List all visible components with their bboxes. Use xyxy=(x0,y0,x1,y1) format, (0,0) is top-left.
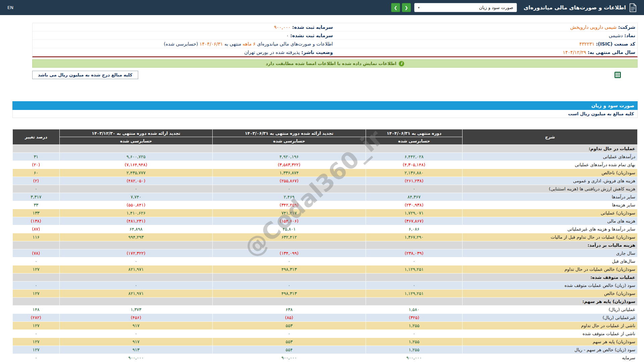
current-period-value: ۱,۳۶۷,۲۹۰ xyxy=(366,233,463,241)
language-toggle-link[interactable]: EN xyxy=(7,5,13,10)
isic-cell: کد صنعت (ISIC): ۴۳۲۲۳۱ xyxy=(335,40,638,48)
symbol-label: نماد: xyxy=(624,33,635,38)
info-icon: i xyxy=(399,61,404,66)
row-label: هزینه های مالی xyxy=(463,217,638,225)
row-label: سال‌های قبل xyxy=(463,257,638,265)
change-percent-value xyxy=(13,298,60,306)
prior-period-value: ۰ xyxy=(213,282,366,290)
change-percent-value: (۲۸۲) xyxy=(13,314,60,322)
col-header-restated-prior: تجدید ارائه شده دوره منتهی به ۱۴۰۳/۰۶/۳۱ xyxy=(213,129,366,137)
statement-section-row: سود(زیان) پایه هر سهم: xyxy=(13,298,638,306)
statement-row: سود(زیان) عملیات در حال تداوم قبل از مال… xyxy=(13,233,638,241)
annual-period-value: ۰ xyxy=(59,330,212,338)
prior-period-value: ۵۵۳ xyxy=(213,338,366,346)
statement-row: ناشی از عملیات متوقف شده۰۰۰۰ xyxy=(13,330,638,338)
statement-row: هزینه های فروش، اداری و عمومی(۲۶۱,۲۳۸)(۲… xyxy=(13,177,638,185)
row-label: عملیات متوقف شده: xyxy=(463,274,638,282)
current-period-value: ۶,۰۸۶ xyxy=(366,225,463,233)
change-percent-value: (۱۳۸) xyxy=(13,217,60,225)
current-period-value: ۹۰۰,۰۰۰ xyxy=(366,354,463,362)
statement-row: هزینه کاهش ارزش دریافتنی ها (هزینه استثن… xyxy=(13,185,638,193)
current-period-value: ۶,۴۴۲,۰۲۸ xyxy=(366,153,463,161)
change-percent-value: ۶۰ xyxy=(13,169,60,177)
annual-period-value: (۵۵۰,۸۴۱) xyxy=(59,201,212,209)
statement-row: سود (زیان) خالص عملیات متوقف شده۰۰۰۰ xyxy=(13,282,638,290)
change-percent-value: ۱۲۷ xyxy=(13,265,60,274)
row-label: ناشی از عملیات متوقف شده xyxy=(463,330,638,338)
change-percent-value: ۱۲۷ xyxy=(13,290,60,298)
row-label: بهای تمام شده درآمدهای عملیاتی xyxy=(463,161,638,169)
statement-row: سایر درآمدها و هزینه های غیرعملیاتی۶,۰۸۶… xyxy=(13,225,638,233)
issuer-status-value: پذیرفته شده در بورس تهران xyxy=(244,50,300,55)
registered-capital-value: ۹۰۰,۰۰۰ xyxy=(274,24,291,30)
col-header-current-period: دوره منتهی به ۱۴۰۴/۰۶/۳۱ xyxy=(366,129,463,137)
symbol-cell: نماد: دشیمی xyxy=(335,32,638,40)
unregistered-capital-cell: سرمایه ثبت نشده: ۰ xyxy=(33,32,335,40)
issuer-status-label: وضعیت ناشر: xyxy=(301,50,333,55)
current-period-value: ۱,۱۲۹,۲۵۱ xyxy=(366,265,463,274)
statement-row: سال جاری(۲۳۸,۰۳۹)(۱۳۴,۰۹۹)(۱۷۲,۳۲۲)(۷۸) xyxy=(13,249,638,257)
statement-section-row: عملیات متوقف شده: xyxy=(13,274,638,282)
annual-period-value: (۴۵۶) xyxy=(59,314,212,322)
page-title: اطلاعات و صورت‌های مالی میاندوره‌ای xyxy=(524,4,626,11)
fiscal-year-label: سال مالی منتهی به: xyxy=(588,50,635,55)
prior-period-value xyxy=(213,241,366,249)
note-row: کلیه مبالغ درج شده به میلیون ریال می باش… xyxy=(32,71,638,79)
current-period-value xyxy=(366,274,463,282)
change-percent-value xyxy=(13,145,60,153)
statement-row: سود (زیان) خالص هر سهم - ریال۱,۲۵۵۵۵۴۹۱۳… xyxy=(13,346,638,354)
annual-period-value: ۲,۴۳۵,۷۷۷ xyxy=(59,169,212,177)
row-label: سرمایه xyxy=(463,354,638,362)
isic-value: ۴۳۲۲۳۱ xyxy=(579,41,594,47)
income-statement-section: @Codal360_ir صورت سود و زیان کلیه مبالغ … xyxy=(12,101,638,362)
current-period-value: ۰ xyxy=(366,257,463,265)
amount-unit-note: کلیه مبالغ درج شده به میلیون ریال می باش… xyxy=(32,71,138,79)
col-header-change-percent: درصد تغییر xyxy=(13,129,60,145)
period-connector: منتهی به xyxy=(224,41,241,47)
company-info-row: شرکت: شیمی دارویی داروپخش سرمایه ثبت شده… xyxy=(33,23,637,32)
row-label: سایر درآمدها xyxy=(463,193,638,201)
row-label: عملیاتی (ریال) xyxy=(463,306,638,314)
annual-period-value: ۶۴,۸۹۸ xyxy=(59,225,212,233)
change-percent-value: ۳۳ xyxy=(13,201,60,209)
change-percent-value: ۱۳۳ xyxy=(13,209,60,217)
nav-forward-button[interactable]: ❯ xyxy=(391,3,400,12)
annual-period-value xyxy=(59,241,212,249)
prior-period-value: ۵۵۴ xyxy=(213,346,366,354)
statement-row: سود(زیان) خالص۱,۱۲۹,۲۵۱۴۹۸,۳۱۳۸۲۱,۹۷۱۱۲۷ xyxy=(13,290,638,298)
statement-row: هزینه های مالی(۳۶۷,۸۶۷)(۱۵۴,۶۰۶)(۴۸۱,۲۳۱… xyxy=(13,217,638,225)
report-type-dropdown[interactable]: صورت سود و زیان ▾ xyxy=(414,3,517,12)
statement-row: سود(زیان) عملیاتی۱,۷۲۹,۰۷۱۷۴۱,۲۱۷۱,۴۱۰,۶… xyxy=(13,209,638,217)
income-statement-table: شرح دوره منتهی به ۱۴۰۴/۰۶/۳۱ تجدید ارائه… xyxy=(12,129,638,362)
change-percent-value: (۲۰) xyxy=(13,161,60,169)
current-period-value: (۲۳۰,۹۳۸) xyxy=(366,201,463,209)
statement-section-row: عملیات در حال تداوم: xyxy=(13,145,638,153)
prior-period-value: ۴۵,۸۰۱ xyxy=(213,225,366,233)
fiscal-year-cell: سال مالی منتهی به: ۱۴۰۴/۱۲/۲۹ xyxy=(335,48,638,57)
prior-period-value: (۳۴۲,۲۵۹) xyxy=(213,201,366,209)
annual-period-value: ۹۱۳ xyxy=(59,346,212,354)
current-period-value: ۰ xyxy=(366,330,463,338)
row-label: سود(زیان) خالص xyxy=(463,290,638,298)
prior-period-value: ۲,۴۶۹ xyxy=(213,193,366,201)
change-percent-value: ۳۱ xyxy=(13,153,60,161)
nav-back-button[interactable]: ❮ xyxy=(402,3,411,12)
statement-row: غیرعملیاتی (ریال)(۳۲۵)(۸۵)(۴۵۶)(۲۸۲) xyxy=(13,314,638,322)
current-period-value xyxy=(366,241,463,249)
annual-period-value: ۱,۴۱۰,۶۲۶ xyxy=(59,209,212,217)
annual-period-value: ۹۱۷ xyxy=(59,322,212,330)
row-label: سود(زیان) ناخالص xyxy=(463,169,638,177)
excel-icon xyxy=(614,72,621,78)
annual-period-value xyxy=(59,274,212,282)
current-period-value: ۰ xyxy=(366,282,463,290)
col-subheader-audited: حسابرسی شده xyxy=(213,137,366,145)
row-label: هزینه کاهش ارزش دریافتنی ها (هزینه استثن… xyxy=(463,185,638,193)
col-header-description: شرح xyxy=(463,129,638,145)
excel-export-button[interactable] xyxy=(614,72,621,78)
prior-period-value: ۰ xyxy=(213,257,366,265)
change-percent-value: (۷۸) xyxy=(13,249,60,257)
prior-period-value: ۹۰۰,۰۰۰ xyxy=(213,354,366,362)
signature-match-banner: i اطلاعات نمایش داده شده با اطلاعات امضا… xyxy=(32,59,638,68)
statement-row: سود(زیان) ناخالص۲,۱۳۶,۸۸۰۱,۳۳۶,۸۷۴۲,۴۳۵,… xyxy=(13,169,638,177)
prior-period-value: ۵۵۳ xyxy=(213,322,366,330)
